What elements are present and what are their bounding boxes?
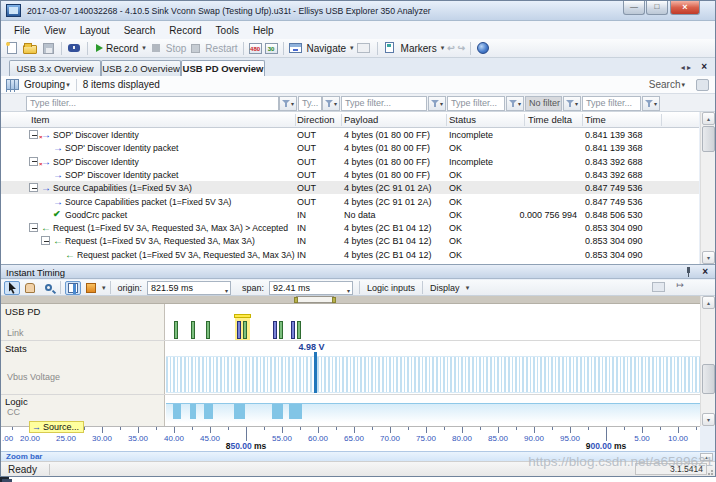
table-row[interactable]: →SOP' Discover Identity packetOUT4 bytes… [1, 141, 699, 154]
filter-input-5[interactable]: Type filter... [582, 96, 641, 111]
column-header-time-delta[interactable]: Time delta [528, 114, 572, 125]
expander-icon[interactable] [41, 236, 50, 245]
scroll-down-icon[interactable]: ▾ [702, 251, 715, 264]
save-icon[interactable] [41, 41, 56, 56]
table-row[interactable]: ←Request (1=Fixed 5V 3A, Requested 3A, M… [1, 234, 699, 247]
cc-activity-block[interactable] [234, 404, 245, 419]
expander-icon[interactable] [29, 157, 38, 166]
navigate-dropdown-icon[interactable]: ▾ [350, 44, 354, 52]
display-style-dropdown-icon[interactable]: ▾ [102, 284, 106, 292]
column-header-time[interactable]: Time [585, 114, 606, 125]
title-bar[interactable]: 2017-03-07 140032268 - 4.10.5 Sink Vconn… [1, 1, 715, 21]
cc-activity-block[interactable] [204, 404, 213, 419]
tab-usb-pd-overview[interactable]: USB PD Overview [181, 60, 265, 76]
column-header-direction[interactable]: Direction [297, 114, 335, 125]
cc-activity-block[interactable] [289, 404, 302, 419]
instant-timing-header[interactable]: Instant Timing × [1, 264, 715, 279]
timing-scrollbar[interactable]: ▴▾ [700, 296, 715, 426]
record-dropdown-icon[interactable]: ▾ [142, 44, 146, 52]
cc-activity-block[interactable] [272, 404, 283, 419]
markers-button[interactable]: Markers [401, 43, 437, 54]
column-header-item[interactable]: Item [31, 114, 49, 125]
link-packet-bar[interactable] [174, 321, 178, 339]
column-header-status[interactable]: Status [449, 114, 476, 125]
menu-layout[interactable]: Layout [73, 23, 117, 38]
menu-tools[interactable]: Tools [209, 23, 246, 38]
scroll-down-icon[interactable]: ▾ [702, 413, 715, 426]
export-view-icon[interactable] [652, 280, 667, 295]
tab-usb-3-x-overview[interactable]: USB 3.x Overview [9, 60, 101, 76]
filter-button-1[interactable]: ▾ [322, 96, 340, 111]
pan-tool-icon[interactable] [22, 281, 38, 295]
usb-speed-icon[interactable]: 480 [249, 43, 262, 54]
display-button[interactable]: Display [427, 283, 463, 293]
display-style-icon[interactable] [83, 281, 99, 295]
filter-button-2[interactable]: ▾ [428, 96, 446, 111]
table-row[interactable]: →×SOP' Discover IdentityOUT4 bytes (01 8… [1, 128, 699, 141]
link-packet-bar[interactable] [297, 321, 301, 339]
minimize-button[interactable]: — [623, 1, 645, 15]
grouping-button[interactable]: Grouping [24, 79, 65, 90]
origin-value-combo[interactable]: 821.59 ms▾ [147, 281, 231, 295]
expander-icon[interactable] [29, 183, 38, 192]
table-row[interactable]: →Source Capabilities packet (1=Fixed 5V … [1, 195, 699, 208]
display-dropdown-icon[interactable]: ▾ [466, 284, 470, 292]
markers-dropdown-icon[interactable]: ▾ [441, 44, 445, 52]
web-icon[interactable] [476, 41, 491, 56]
filter-button-4[interactable]: ▾ [563, 96, 581, 111]
navigate-icon[interactable] [289, 41, 304, 56]
vbus-marker[interactable] [314, 352, 317, 393]
table-row[interactable]: →×SOP' Discover IdentityOUT4 bytes (01 8… [1, 155, 699, 168]
grid-scrollbar[interactable]: ▴▾ [700, 112, 715, 264]
record-button[interactable]: Record [106, 43, 138, 54]
menu-record[interactable]: Record [162, 23, 208, 38]
new-file-icon[interactable] [5, 41, 20, 56]
filter-button-0[interactable]: ▾ [279, 96, 297, 111]
record-icon[interactable] [96, 44, 103, 52]
zoom-tool-icon[interactable] [40, 281, 56, 295]
markers-icon[interactable] [383, 41, 398, 56]
cc-activity-block[interactable] [190, 404, 196, 419]
timing-overview-strip[interactable] [1, 296, 700, 304]
scroll-up-icon[interactable]: ▴ [702, 112, 715, 125]
find-icon[interactable] [67, 41, 82, 56]
table-row[interactable]: ←Request packet (1=Fixed 5V 3A, Requeste… [1, 248, 699, 261]
overview-handle-right[interactable] [332, 297, 336, 303]
logic-inputs-button[interactable]: Logic inputs [364, 283, 418, 293]
link-packet-bar[interactable] [206, 321, 210, 339]
open-file-icon[interactable] [23, 41, 38, 56]
scroll-thumb[interactable] [702, 364, 715, 394]
link-packet-bar[interactable] [273, 321, 277, 339]
maximize-button[interactable]: □ [646, 1, 668, 15]
link-packet-bar[interactable] [237, 321, 241, 339]
close-button[interactable]: × [670, 1, 700, 15]
tab-scroll-icons[interactable]: ◂ ▸ [681, 63, 691, 72]
link-packet-bar[interactable] [291, 321, 295, 339]
filter-button-3[interactable]: ▾ [506, 96, 524, 111]
overview-handle-left[interactable] [294, 297, 298, 303]
link-packet-bar[interactable] [279, 321, 283, 339]
menu-help[interactable]: Help [246, 23, 281, 38]
table-row[interactable]: →Source Capabilities (1=Fixed 5V 3A)OUT4… [1, 181, 699, 194]
grid-header[interactable]: ItemDirectionPayloadStatusTime deltaTime [1, 112, 699, 128]
search-button[interactable]: Search [649, 79, 681, 90]
menu-search[interactable]: Search [117, 23, 163, 38]
link-packet-bar[interactable] [243, 321, 247, 339]
grouping-dropdown-icon[interactable]: ▾ [66, 81, 70, 89]
tab-usb-2-0-overview[interactable]: USB 2.0 Overview [101, 60, 181, 76]
filter-input-2[interactable]: Type filter... [341, 96, 427, 111]
panel-close-icon[interactable]: × [702, 266, 708, 277]
search-dropdown-icon[interactable]: ▾ [681, 81, 685, 89]
timing-overview-thumb[interactable] [296, 296, 334, 303]
cc-activity-block[interactable] [173, 404, 182, 419]
filter-button-5[interactable]: ▾ [642, 96, 660, 111]
table-row[interactable]: →SOP' Discover Identity packetOUT4 bytes… [1, 168, 699, 181]
filter-input-1[interactable]: Ty... [298, 96, 322, 111]
filter-input-0[interactable]: Type filter... [26, 96, 279, 111]
time-ruler[interactable]: .0020.0025.0030.0035.0040.0045.00850.00 … [1, 426, 700, 451]
table-row[interactable]: ←Request (1=Fixed 5V 3A, Requested 3A, M… [1, 221, 699, 234]
filter-input-3[interactable]: Type filter... [447, 96, 505, 111]
expander-icon[interactable] [29, 130, 38, 139]
search-options-icon[interactable] [696, 79, 709, 91]
link-packet-bar[interactable] [191, 321, 195, 339]
